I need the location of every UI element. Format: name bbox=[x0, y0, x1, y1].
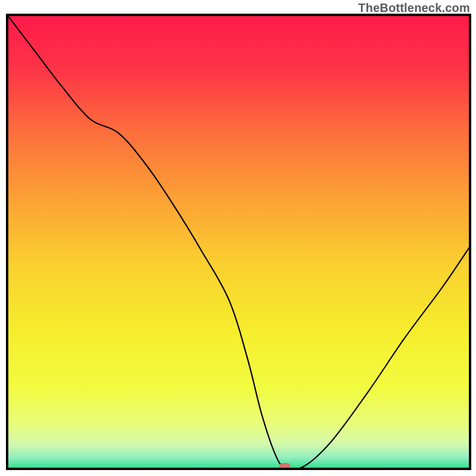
bottleneck-chart bbox=[0, 0, 476, 476]
watermark-text: TheBottleneck.com bbox=[358, 1, 470, 15]
gradient-background bbox=[7, 15, 470, 469]
chart-container: TheBottleneck.com bbox=[0, 0, 476, 476]
